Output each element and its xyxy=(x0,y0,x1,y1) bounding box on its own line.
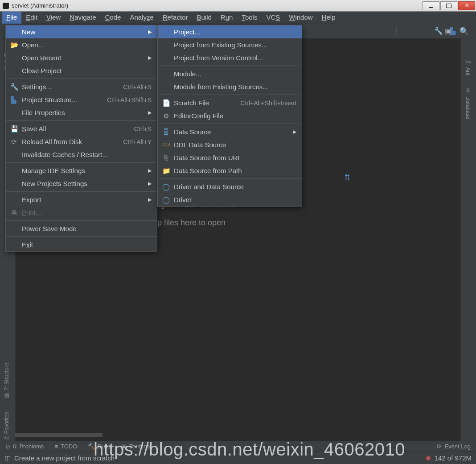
toolbar-separator xyxy=(433,27,433,35)
driver-icon: ◯ xyxy=(162,196,169,204)
menuitem-new-module[interactable]: Module... xyxy=(158,67,302,80)
menuitem-ddl-data-source[interactable]: DDL DDL Data Source xyxy=(158,138,302,151)
menuitem-manage-ide-settings[interactable]: Manage IDE Settings▶ xyxy=(6,164,157,177)
menuitem-exit[interactable]: Exit xyxy=(6,238,157,251)
menuitem-driver-and-data-source[interactable]: ◯ Driver and Data Source xyxy=(158,180,302,193)
folder-icon: 📁 xyxy=(162,167,169,175)
menuitem-new-projects-settings[interactable]: New Projects Settings▶ xyxy=(6,177,157,190)
text-fragment: ft xyxy=(345,173,349,182)
menuitem-data-source[interactable]: 🗄 Data Source▶ xyxy=(158,125,302,138)
menu-separator xyxy=(6,120,157,121)
horizontal-scrollbar[interactable] xyxy=(15,433,103,437)
menuitem-data-source-url[interactable]: ⎘ Data Source from URL xyxy=(158,151,302,164)
menuitem-scratch-file[interactable]: 📄 Scratch File Ctrl+Alt+Shift+Insert xyxy=(158,96,302,109)
tool-ant[interactable]: 🐜 Ant xyxy=(465,58,471,75)
menu-separator xyxy=(158,124,302,124)
menuitem-print[interactable]: 🖶 Print... xyxy=(6,206,157,219)
ddl-icon: DDL xyxy=(162,142,169,147)
menu-run[interactable]: Run xyxy=(216,12,238,24)
menu-help[interactable]: Help xyxy=(317,12,340,24)
menu-separator xyxy=(6,236,157,237)
window-minimize-button[interactable] xyxy=(423,1,439,10)
menu-file[interactable]: File xyxy=(2,12,21,24)
menuitem-close-project[interactable]: Close Project xyxy=(6,64,157,77)
menu-window[interactable]: Window xyxy=(284,12,317,24)
menu-separator xyxy=(158,95,302,95)
menu-analyze[interactable]: Analyze xyxy=(125,12,158,24)
wrench-icon: 🔧 xyxy=(10,83,17,91)
scratch-file-icon: 📄 xyxy=(162,99,169,107)
menuitem-open-recent[interactable]: Open Recent▶ xyxy=(6,51,157,64)
menu-code[interactable]: Code xyxy=(101,12,126,24)
menuitem-open[interactable]: 📂 Open... xyxy=(6,38,157,51)
run-anything-icon[interactable]: ▣ xyxy=(445,27,451,36)
menu-edit[interactable]: Edit xyxy=(21,12,42,24)
menuitem-project-structure[interactable]: ▙ Project Structure... Ctrl+Alt+Shift+S xyxy=(6,93,157,106)
menu-navigate[interactable]: Navigate xyxy=(65,12,100,24)
menu-separator xyxy=(6,191,157,192)
window-titlebar: servlet (Administrator) xyxy=(0,0,476,12)
tool-terminal[interactable]: ▣ Terminal xyxy=(121,443,151,450)
right-tool-strip: 🐜 Ant 🗄 Database xyxy=(464,58,472,119)
menuitem-reload-from-disk[interactable]: ⟳ Reload All from Disk Ctrl+Alt+Y xyxy=(6,135,157,148)
menuitem-project-from-vcs[interactable]: Project from Version Control... xyxy=(158,51,302,64)
tool-event-log[interactable]: ⟳ Event Log xyxy=(437,443,471,450)
wrench-icon[interactable]: 🔧 xyxy=(434,27,443,35)
menu-build[interactable]: Build xyxy=(192,12,216,24)
menuitem-editorconfig-file[interactable]: ⚙ EditorConfig File xyxy=(158,109,302,122)
status-side-icon[interactable]: ◫ xyxy=(4,454,11,462)
menu-separator xyxy=(6,162,157,163)
menu-vcs[interactable]: VCS xyxy=(262,12,284,24)
menu-separator xyxy=(6,220,157,221)
memory-usage-label[interactable]: 142 of 972M xyxy=(435,454,472,462)
menuitem-driver[interactable]: ◯ Driver xyxy=(158,193,302,206)
url-icon: ⎘ xyxy=(162,154,169,162)
app-logo-icon xyxy=(3,3,9,9)
menuitem-project-from-existing[interactable]: Project from Existing Sources... xyxy=(158,38,302,51)
menuitem-module-from-existing[interactable]: Module from Existing Sources... xyxy=(158,80,302,93)
search-icon[interactable]: 🔍 xyxy=(460,27,469,36)
gear-icon: ⚙ xyxy=(162,112,169,120)
tool-structure[interactable]: ▤ 7: Structure xyxy=(4,363,10,399)
menu-refactor[interactable]: Refactor xyxy=(158,12,193,24)
menu-separator xyxy=(158,178,302,179)
tool-build[interactable]: 🔨 Build xyxy=(88,443,111,450)
folder-open-icon: 📂 xyxy=(10,41,17,49)
menuitem-save-all[interactable]: 💾 Save All Ctrl+S xyxy=(6,122,157,135)
driver-icon: ◯ xyxy=(162,183,169,191)
bottom-tool-strip: ⊘ 6: Problems ≡ TODO 🔨 Build ▣ Terminal … xyxy=(0,441,476,452)
file-menu-dropdown: New▶ 📂 Open... Open Recent▶ Close Projec… xyxy=(5,25,157,252)
toolbar-separator xyxy=(396,27,397,35)
tool-database[interactable]: 🗄 Database xyxy=(465,88,471,119)
database-icon: 🗄 xyxy=(162,128,169,136)
menuitem-invalidate-caches[interactable]: Invalidate Caches / Restart... xyxy=(6,148,157,161)
menuitem-data-source-path[interactable]: 📁 Data Source from Path xyxy=(158,164,302,177)
menu-view[interactable]: View xyxy=(42,12,65,24)
memory-indicator-icon xyxy=(426,456,431,461)
tool-todo[interactable]: ≡ TODO xyxy=(54,443,77,450)
project-structure-icon: ▙ xyxy=(10,96,17,104)
new-submenu: Project... Project from Existing Sources… xyxy=(157,25,302,207)
menuitem-settings[interactable]: 🔧 Settings... Ctrl+Alt+S xyxy=(6,80,157,93)
reload-icon: ⟳ xyxy=(10,138,17,146)
menuitem-new[interactable]: New▶ xyxy=(6,25,157,38)
menu-separator xyxy=(6,79,157,79)
window-title: servlet (Administrator) xyxy=(12,2,68,9)
window-close-button[interactable] xyxy=(458,1,475,10)
menu-separator xyxy=(158,66,302,66)
status-bar: ◫ Create a new project from scratch 142 … xyxy=(0,452,476,464)
print-icon: 🖶 xyxy=(10,209,17,216)
menuitem-new-project[interactable]: Project... xyxy=(158,25,302,38)
menuitem-power-save-mode[interactable]: Power Save Mode xyxy=(6,222,157,235)
menuitem-file-properties[interactable]: File Properties▶ xyxy=(6,106,157,119)
menubar: File Edit View Navigate Code Analyze Ref… xyxy=(0,12,476,24)
status-message: Create a new project from scratch xyxy=(14,454,426,462)
tool-problems[interactable]: ⊘ 6: Problems xyxy=(5,443,44,450)
menu-tools[interactable]: Tools xyxy=(237,12,262,24)
menuitem-export[interactable]: Export▶ xyxy=(6,193,157,206)
save-icon: 💾 xyxy=(10,125,17,133)
window-maximize-button[interactable] xyxy=(440,1,457,10)
